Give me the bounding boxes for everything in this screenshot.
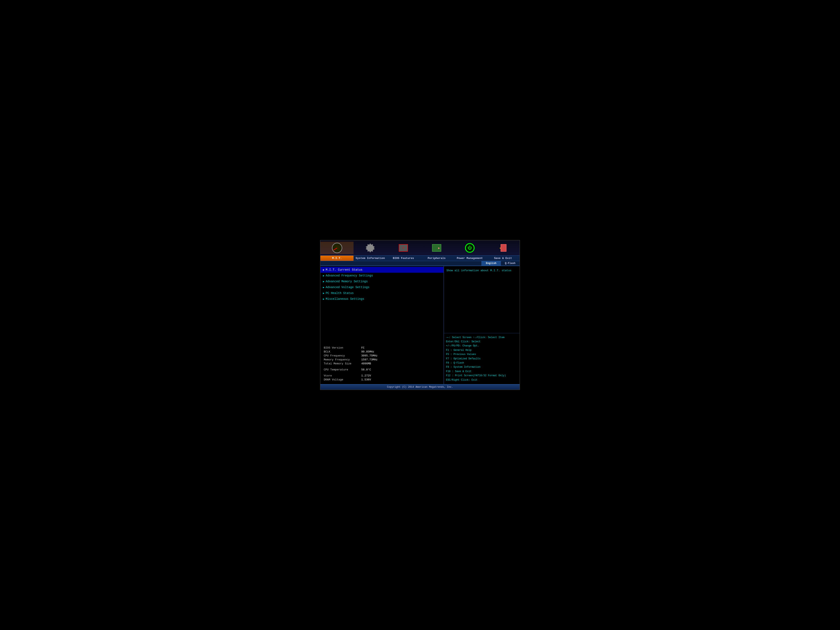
menu-item-mit-status[interactable]: ▶ M.I.T. Current Status <box>321 267 444 273</box>
nav-icon-sysinfo[interactable] <box>354 242 387 254</box>
menu-item-freq-settings[interactable]: ▶ Advanced Frequency Settings <box>321 273 444 278</box>
dram-volt-label: DRAM Voltage <box>324 378 361 381</box>
dram-volt-value: 1.536V <box>361 378 371 381</box>
help-text: Show all information about M.I.T. status <box>447 269 512 272</box>
menu-item-misc-settings[interactable]: ▶ Miscellaneous Settings <box>321 296 444 302</box>
nav-label-peripherals[interactable]: Peripherals <box>420 256 453 261</box>
exit-door-icon <box>501 244 507 252</box>
sub-nav-qflash[interactable]: Q-Flash <box>501 261 519 265</box>
cpu-freq-label: CPU Frequency <box>324 354 361 357</box>
shortcut-line-10: ESC/Right Click: Exit <box>446 378 518 382</box>
bios-version-row: BIOS Version FC <box>324 346 440 349</box>
main-content: ▶ M.I.T. Current Status ▶ Advanced Frequ… <box>321 266 519 384</box>
help-text-area: Show all information about M.I.T. status <box>444 266 519 333</box>
board-icon <box>432 244 441 252</box>
nav-icon-saveexit[interactable]: ↩ <box>486 242 519 254</box>
total-mem-label: Total Memory Size <box>324 362 361 365</box>
nav-icon-mit[interactable] <box>321 242 354 254</box>
nav-labels: M.I.T. System Information BIOS Features … <box>321 256 519 261</box>
bclk-label: BCLK <box>324 350 361 353</box>
shortcut-line-8: F10 : Save & Exit <box>446 369 518 374</box>
menu-item-pc-health[interactable]: ▶ PC Health Status <box>321 290 444 296</box>
gear-icon <box>366 243 375 253</box>
bclk-value: 99.85MHz <box>361 350 374 353</box>
footer: Copyright (C) 2014 American Megatrends, … <box>321 384 519 390</box>
menu-item-volt-settings[interactable]: ▶ Advanced Voltage Settings <box>321 284 444 290</box>
nav-icons: ↩ <box>321 240 519 256</box>
exit-icon: ↩ <box>498 243 507 253</box>
menu-arrow-icon-3: ▶ <box>323 280 324 283</box>
bclk-row: BCLK 99.85MHz <box>324 350 440 353</box>
mem-freq-label: Memory Frequency <box>324 358 361 361</box>
mem-freq-value: 1597.73MHz <box>361 358 377 361</box>
shortcut-line-2: +/-/PU/PD: Change Opt. <box>446 344 518 348</box>
nav-icon-biosfeatures[interactable] <box>387 242 420 254</box>
chip-icon <box>399 244 408 252</box>
menu-list: ▶ M.I.T. Current Status ▶ Advanced Frequ… <box>321 266 444 303</box>
shortcut-line-5: F7 : Optimized Defaults <box>446 357 518 361</box>
shortcut-line-1: Enter/Dbl Click: Select <box>446 339 518 344</box>
sub-nav: English Q-Flash <box>321 261 519 265</box>
menu-arrow-icon-6: ▶ <box>323 297 324 301</box>
menu-item-mem-settings[interactable]: ▶ Advanced Memory Settings <box>321 278 444 284</box>
sub-nav-english[interactable]: English <box>482 261 501 265</box>
menu-arrow-icon-2: ▶ <box>323 274 324 277</box>
total-mem-value: 4096MB <box>361 362 371 365</box>
vcore-value: 1.272V <box>361 374 371 377</box>
shortcut-line-4: F5 : Previous Values <box>446 352 518 357</box>
info-table: BIOS Version FC BCLK 99.85MHz CPU Freque… <box>321 303 444 384</box>
nav-icon-peripherals[interactable] <box>420 242 453 254</box>
left-panel: ▶ M.I.T. Current Status ▶ Advanced Frequ… <box>321 266 444 384</box>
menu-arrow-icon-5: ▶ <box>323 292 324 295</box>
menu-arrow-icon-4: ▶ <box>323 286 324 289</box>
shortcut-line-9: F12 : Print Screen(FAT16/32 Format Only) <box>446 374 518 378</box>
cpu-temp-label: CPU Temperature <box>324 368 361 371</box>
vcore-row: Vcore 1.272V <box>324 374 440 377</box>
shortcut-line-3: F1 : General Help <box>446 348 518 352</box>
cpu-temp-row: CPU Temperature 58.0°C <box>324 368 440 371</box>
nav-label-biosfeatures[interactable]: BIOS Features <box>387 256 420 261</box>
menu-arrow-icon: ▶ <box>323 268 324 272</box>
nav-icon-powermgmt[interactable] <box>453 242 486 254</box>
shortcut-line-6: F8 : Q-Flash <box>446 361 518 365</box>
mem-freq-row: Memory Frequency 1597.73MHz <box>324 358 440 361</box>
shortcuts-area: →←: Select Screen ↑↓/Click: Select Item … <box>444 333 519 384</box>
bios-version-value: FC <box>361 346 365 349</box>
dram-volt-row: DRAM Voltage 1.536V <box>324 378 440 381</box>
bios-version-label: BIOS Version <box>324 346 361 349</box>
shortcut-line-7: F9 : System Information <box>446 365 518 369</box>
top-nav: ↩ M.I.T. System Information BIOS Feature… <box>321 240 519 266</box>
total-mem-row: Total Memory Size 4096MB <box>324 362 440 365</box>
cpu-freq-value: 3095.75MHz <box>361 354 377 357</box>
footer-text: Copyright (C) 2014 American Megatrends, … <box>387 385 453 388</box>
power-icon <box>465 243 475 253</box>
nav-label-sysinfo[interactable]: System Information <box>354 256 387 261</box>
cpu-temp-value: 58.0°C <box>361 368 371 371</box>
cpu-freq-row: CPU Frequency 3095.75MHz <box>324 354 440 357</box>
right-panel: Show all information about M.I.T. status… <box>444 266 519 384</box>
shortcut-line-0: →←: Select Screen ↑↓/Click: Select Item <box>446 335 518 339</box>
nav-label-saveexit[interactable]: Save & Exit <box>486 256 519 261</box>
vcore-label: Vcore <box>324 374 361 377</box>
bios-screen: ↩ M.I.T. System Information BIOS Feature… <box>320 240 520 390</box>
nav-label-mit[interactable]: M.I.T. <box>321 256 354 261</box>
speedometer-icon <box>332 243 342 253</box>
nav-label-powermgmt[interactable]: Power Management <box>453 256 486 261</box>
